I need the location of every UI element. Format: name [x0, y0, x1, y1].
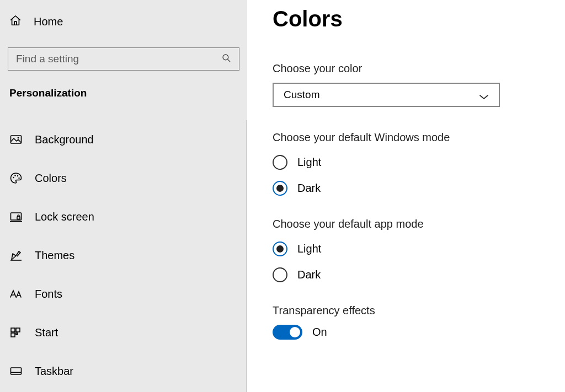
- radio-icon: [273, 267, 287, 282]
- sidebar-item-label: Taskbar: [35, 365, 73, 378]
- fonts-icon: [9, 287, 23, 300]
- svg-rect-18: [11, 368, 22, 374]
- start-icon: [9, 326, 23, 339]
- taskbar-icon: [9, 364, 23, 378]
- svg-rect-14: [11, 328, 15, 332]
- toggle-knob-icon: [290, 327, 300, 337]
- choose-color-dropdown[interactable]: Custom: [273, 83, 500, 107]
- choose-color-label: Choose your color: [273, 62, 552, 75]
- search-icon: [221, 53, 231, 65]
- sidebar-item-label: Colors: [35, 172, 67, 185]
- svg-line-1: [228, 60, 230, 62]
- radio-icon: [273, 155, 287, 170]
- windows-mode-group: Light Dark: [273, 155, 552, 196]
- app-mode-light[interactable]: Light: [273, 241, 552, 256]
- chevron-down-icon: [479, 92, 489, 98]
- radio-dot-icon: [276, 245, 284, 253]
- dropdown-value: Custom: [284, 89, 319, 101]
- main-content: Colors Choose your color Custom Choose y…: [247, 0, 565, 392]
- app-mode-dark[interactable]: Dark: [273, 267, 552, 282]
- home-icon: [9, 14, 22, 29]
- sidebar: Home Personalization Background: [0, 0, 247, 392]
- radio-label: Light: [297, 156, 321, 169]
- sidebar-item-label: Background: [35, 133, 94, 146]
- nav-list: Background Colors: [0, 120, 247, 392]
- search-input[interactable]: [16, 53, 221, 65]
- sidebar-item-themes[interactable]: Themes: [0, 236, 247, 275]
- palette-icon: [9, 171, 23, 185]
- radio-label: Dark: [297, 182, 321, 195]
- sidebar-item-label: Fonts: [35, 288, 62, 300]
- radio-label: Light: [297, 243, 321, 255]
- transparency-row: On: [273, 325, 552, 340]
- sidebar-item-start[interactable]: Start: [0, 313, 247, 352]
- home-label: Home: [34, 15, 63, 28]
- svg-point-4: [13, 177, 14, 178]
- svg-point-5: [14, 175, 15, 176]
- page-title: Colors: [273, 7, 552, 31]
- svg-point-6: [17, 175, 18, 176]
- transparency-toggle[interactable]: [273, 325, 302, 340]
- windows-mode-dark[interactable]: Dark: [273, 181, 552, 196]
- toggle-state-label: On: [312, 326, 327, 339]
- category-title: Personalization: [0, 87, 247, 99]
- sidebar-item-fonts[interactable]: Fonts: [0, 275, 247, 313]
- search-box[interactable]: [8, 47, 239, 71]
- lock-screen-icon: [9, 210, 23, 223]
- picture-icon: [9, 133, 23, 146]
- themes-icon: [9, 249, 23, 262]
- svg-rect-10: [17, 217, 20, 219]
- sidebar-item-colors[interactable]: Colors: [0, 159, 247, 197]
- windows-mode-label: Choose your default Windows mode: [273, 131, 552, 144]
- radio-icon: [273, 181, 287, 196]
- radio-dot-icon: [276, 185, 284, 192]
- windows-mode-light[interactable]: Light: [273, 155, 552, 170]
- app-mode-label: Choose your default app mode: [273, 218, 552, 230]
- radio-label: Dark: [297, 269, 321, 281]
- svg-point-3: [18, 137, 19, 139]
- sidebar-item-label: Themes: [35, 249, 74, 262]
- svg-rect-17: [16, 333, 18, 335]
- radio-icon: [273, 241, 287, 256]
- sidebar-item-label: Start: [35, 326, 58, 339]
- sidebar-item-taskbar[interactable]: Taskbar: [0, 352, 247, 390]
- sidebar-item-label: Lock screen: [35, 211, 94, 223]
- svg-rect-16: [11, 333, 15, 337]
- sidebar-item-background[interactable]: Background: [0, 120, 247, 159]
- app-mode-group: Light Dark: [273, 241, 552, 282]
- home-nav[interactable]: Home: [0, 11, 247, 32]
- svg-rect-15: [16, 328, 20, 332]
- svg-point-7: [18, 178, 19, 179]
- transparency-label: Transparency effects: [273, 304, 552, 317]
- sidebar-item-lockscreen[interactable]: Lock screen: [0, 197, 247, 236]
